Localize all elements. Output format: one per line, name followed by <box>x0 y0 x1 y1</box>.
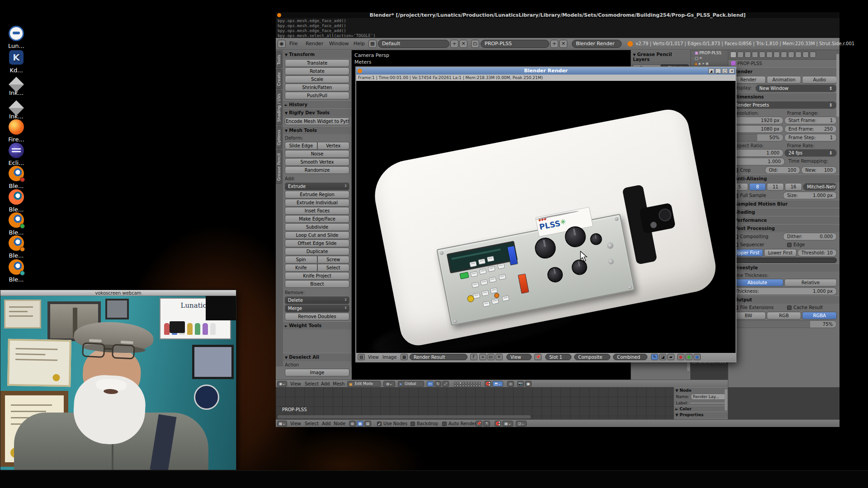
blender-title-bar[interactable]: Blender* [/project/terry/Lunatics/Produc… <box>276 12 840 18</box>
shader-nodes-icon[interactable]: ◍ <box>349 421 356 427</box>
tab-world[interactable] <box>752 52 758 58</box>
node-sidebar-scrollbar[interactable] <box>725 389 727 411</box>
remove-doubles-button[interactable]: Remove Doubles <box>285 313 349 320</box>
sequencer-checkbox[interactable]: ✓Sequencer <box>731 241 783 248</box>
image-button[interactable]: Image <box>285 369 349 376</box>
aa-size-field[interactable]: Size:1.000 px <box>783 192 837 199</box>
editor-type-icon[interactable]: ◉⌄ <box>277 381 287 387</box>
panel-shading[interactable]: ►Shading <box>728 208 840 216</box>
file-extensions-checkbox[interactable]: ✓File Extensions <box>731 304 783 311</box>
rotate-button[interactable]: Rotate <box>285 67 349 75</box>
aa-filter-select[interactable]: Mitchell-Netravali⇕ <box>803 183 837 191</box>
proportional-edit-icon[interactable]: ◎ <box>507 381 514 387</box>
pin-icon[interactable]: 📌 <box>476 421 482 427</box>
relative-button[interactable]: Relative <box>784 279 837 286</box>
threshold-field[interactable]: Threshold:10 <box>797 249 837 257</box>
add-scene-button[interactable]: + <box>550 40 558 48</box>
tab-physics[interactable] <box>810 52 816 58</box>
render-ao-icon[interactable]: ▣ <box>525 381 532 387</box>
backdrop-checkbox[interactable]: Backdrop <box>408 420 441 427</box>
tab-create[interactable]: Create <box>276 69 282 89</box>
end-frame-field[interactable]: End Frame:250 <box>784 125 837 133</box>
panel-extra[interactable]: ▼Deselect All <box>283 353 351 361</box>
scale-button[interactable]: Scale <box>285 75 349 83</box>
parent-icon[interactable]: ↰ <box>483 421 490 427</box>
translate-button[interactable]: Translate <box>285 59 349 67</box>
display-channel-select[interactable]: Combined <box>613 354 647 360</box>
draw-mode-icon[interactable]: ✎ <box>651 354 658 360</box>
compositing-checkbox[interactable]: ✓Compositing <box>731 233 782 240</box>
shrink-fatten-button[interactable]: Shrink/Fatten <box>285 84 349 91</box>
desktop-icon-blender-5[interactable]: Ble... <box>4 259 29 283</box>
channel-g-icon[interactable]: ● <box>685 354 693 360</box>
maximize-button[interactable]: □ <box>722 68 728 74</box>
snap-element-select[interactable]: ⬒⌄ <box>492 381 503 387</box>
thickness-field[interactable]: Thickness:1.000 px <box>731 287 837 295</box>
new-image-button[interactable]: + <box>479 354 486 360</box>
tab-constraints[interactable] <box>766 52 773 58</box>
node-name-field[interactable]: Render Lay... <box>691 394 726 400</box>
panel-node[interactable]: ▼Node <box>674 387 728 393</box>
aspect-x-field[interactable]: 1.000 <box>731 149 783 157</box>
mesh-menu[interactable]: Mesh <box>333 381 344 386</box>
knife-project-button[interactable]: Knife Project <box>285 272 349 280</box>
bisect-button[interactable]: Bisect <box>285 280 349 288</box>
panel-node-properties[interactable]: ▼Properties <box>674 412 728 418</box>
erase-mode-icon[interactable]: ◪ <box>659 354 666 360</box>
panel-transform[interactable]: ▼Transform <box>283 50 351 58</box>
close-layout-button[interactable]: ✕ <box>459 40 467 48</box>
make-edge-face-button[interactable]: Make Edge/Face <box>285 215 349 223</box>
start-frame-field[interactable]: Start Frame:1 <box>784 117 837 124</box>
encode-mesh-widget-button[interactable]: Encode Mesh Widget to Python <box>285 117 349 125</box>
render-window-title-bar[interactable]: Blender Render ▲_□✕ <box>356 67 736 75</box>
tab-data[interactable] <box>781 52 787 58</box>
offset-edge-slide-button[interactable]: Offset Edge Slide <box>285 239 349 247</box>
orientation-select[interactable]: ⌖Global <box>398 381 424 387</box>
render-view-icon[interactable]: 📷 <box>517 381 524 387</box>
outliner-object-row[interactable]: ◦▢👁 <box>691 56 728 61</box>
render-presets-select[interactable]: Render Presets⇕ <box>731 101 837 109</box>
use-nodes-checkbox[interactable]: ✓Use Nodes <box>374 420 410 427</box>
channel-b-icon[interactable]: ● <box>693 354 701 360</box>
panel-history[interactable]: ►History <box>283 100 351 108</box>
node-select-menu[interactable]: Select <box>305 421 319 426</box>
smooth-vertex-button[interactable]: Smooth Vertex <box>285 158 349 166</box>
desktop-icon-blender-1[interactable]: Ble... <box>4 166 29 189</box>
lower-first-button[interactable]: Lower First <box>764 249 796 257</box>
node-view-menu[interactable]: View <box>290 421 301 426</box>
render-canvas[interactable]: ◆◆◆ PLSS✳ <box>356 81 736 353</box>
panel-rigify-dev-tools[interactable]: ▼Rigify Dev Tools <box>283 108 351 117</box>
panel-mesh-tools[interactable]: ▼Mesh Tools <box>283 126 351 134</box>
pin-icon[interactable]: 📌 <box>534 354 542 360</box>
tab-render-layers[interactable] <box>737 52 744 58</box>
noise-button[interactable]: Noise <box>285 150 349 158</box>
close-button[interactable]: ✕ <box>729 68 735 74</box>
desktop-icon-blender-3[interactable]: Ble... <box>4 212 29 236</box>
display-select[interactable]: New Window⇕ <box>755 84 837 92</box>
dither-field[interactable]: Dither:0.000 <box>783 233 837 240</box>
unlink-image-button[interactable]: ✕ <box>495 354 503 360</box>
compositing-nodes-icon[interactable]: ▣ <box>357 421 363 427</box>
compression-slider[interactable]: 75% <box>731 320 837 328</box>
snap-icon[interactable]: 🧲 <box>495 421 501 427</box>
tab-shading-uvs[interactable]: Shading / UVs <box>276 90 282 125</box>
panel-node-color[interactable]: ►Color <box>674 406 728 412</box>
panel-render[interactable]: ▼Render <box>728 67 840 75</box>
panel-performance[interactable]: ►Performance <box>728 216 840 224</box>
channel-r-icon[interactable]: ● <box>677 354 684 360</box>
desktop-icon-inkscape-2[interactable]: Ink... <box>4 96 29 120</box>
tab-modifiers[interactable] <box>774 52 780 58</box>
inset-faces-button[interactable]: Inset Faces <box>285 207 349 215</box>
image-browse-icon[interactable]: ▦ <box>401 354 408 360</box>
webcam-title-bar[interactable]: vokoscreen webcam <box>0 290 236 296</box>
screw-button[interactable]: Screw <box>317 256 350 263</box>
aa-16-button[interactable]: 16 <box>785 183 802 191</box>
vertex-slide-button[interactable]: Vertex <box>317 142 350 150</box>
node-label-field[interactable] <box>689 402 726 404</box>
cache-result-checkbox[interactable]: Cache Result <box>784 304 837 311</box>
subdivide-button[interactable]: Subdivide <box>285 223 349 231</box>
editor-type-icon[interactable]: ▦⌄ <box>277 421 287 427</box>
snap-magnet-icon[interactable]: 🧲 <box>485 381 491 387</box>
absolute-button[interactable]: Absolute <box>731 279 783 286</box>
remap-new-field[interactable]: New:100 <box>801 166 837 174</box>
